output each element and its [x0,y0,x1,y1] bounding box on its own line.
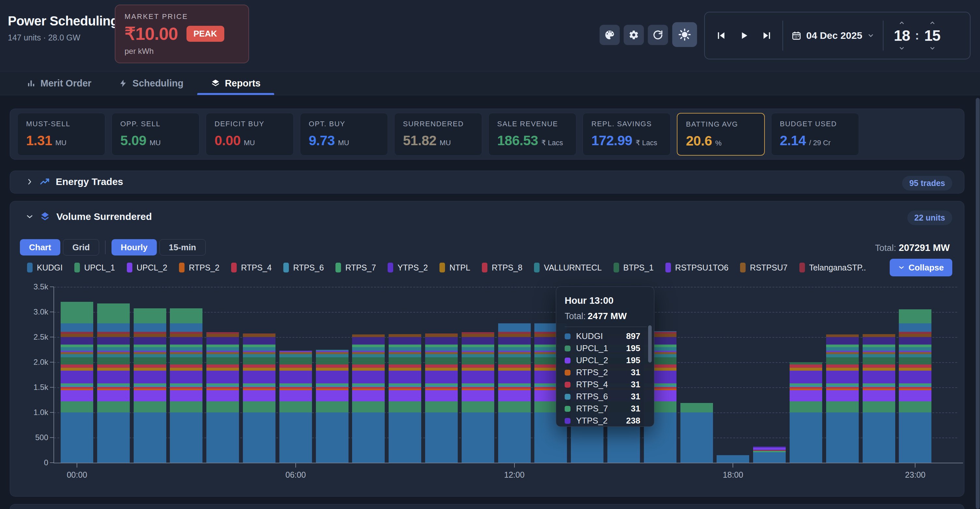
bar-hour-23-seg-TelanganaSTP...[interactable] [899,332,931,334]
bar-hour-19-seg-UPCL_2[interactable] [753,448,786,450]
hourly-button[interactable]: Hourly [111,239,156,255]
bar-hour-12-seg-BTPS_1[interactable] [498,357,531,365]
bar-hour-4-seg-UPCL_2[interactable] [206,390,239,401]
bar-hour-2-seg-RSTPSU1TO6[interactable] [134,351,166,352]
bar-hour-0-seg-VALLURNTECL[interactable] [60,347,93,351]
bar-hour-5-seg-NTPL[interactable] [243,368,275,371]
bar-hour-23-seg-KUDGI[interactable] [899,412,931,463]
bar-hour-0-seg-UPCL_1[interactable] [60,401,93,412]
bar-hour-5-seg-UPCL_1[interactable] [243,401,275,412]
bar-hour-3-seg-TelanganaSTP...[interactable] [170,332,202,334]
bar-hour-2-seg-RSTPSU7[interactable] [134,334,166,337]
bar-hour-4-seg-NTPL[interactable] [206,368,239,371]
bar-hour-10-seg-RTPS_7[interactable] [425,383,458,385]
bar-hour-21-seg-UPCL_1[interactable] [826,401,859,412]
bar-hour-2-seg-UPCL_1[interactable] [134,401,166,412]
brightness-button[interactable] [672,22,697,47]
bar-hour-2-seg-NTPL[interactable] [134,368,166,371]
bar-hour-0-seg-RTPS_7[interactable] [60,345,93,347]
bar-hour-21-seg-RTPS_2[interactable] [826,389,859,390]
bar-hour-21-seg-RSTPSU1TO6[interactable] [826,337,859,345]
bar-hour-8-seg-VALLURNTECL[interactable] [352,354,385,357]
bar-hour-3-seg-RTPS_8[interactable] [170,364,202,368]
bar-hour-0-seg-BTPS_1[interactable] [60,357,93,365]
bar-hour-8-seg-YTPS_2[interactable] [352,371,385,383]
bar-hour-7-seg-KUDGI[interactable] [316,412,348,463]
bar-hour-2-seg-KUDGI[interactable] [134,323,166,332]
bar-hour-1-seg-RSTPSU7[interactable] [97,352,130,354]
bar-hour-9-seg-KUDGI[interactable] [388,412,421,463]
bar-hour-12-seg-RTPS_8[interactable] [498,364,531,368]
bar-hour-5-seg-KUDGI[interactable] [243,412,275,463]
bar-hour-0-seg-RTPS_7[interactable] [60,383,93,385]
bar-hour-8-seg-RTPS_8[interactable] [352,364,385,368]
bar-hour-9-seg-RSTPSU7[interactable] [388,334,421,337]
bar-hour-3-seg-UPCL_1[interactable] [170,401,202,412]
bar-hour-8-seg-RTPS_7[interactable] [352,345,385,347]
bar-hour-6-seg-UPCL_1[interactable] [279,401,312,412]
bar-hour-23-seg-UPCL_2[interactable] [899,390,931,401]
bar-hour-1-seg-BTPS_1[interactable] [97,357,130,365]
bar-hour-22-seg-RSTPSU7[interactable] [862,334,895,337]
bar-hour-20-seg-RTPS_2[interactable] [790,389,822,390]
bar-hour-6-seg-RSTPSU7[interactable] [279,352,312,354]
bar-hour-9-seg-RTPS_6[interactable] [388,385,421,387]
bar-hour-21-seg-BTPS_1[interactable] [826,357,859,365]
bar-hour-0-seg-RTPS_2[interactable] [60,389,93,390]
bar-hour-4-seg-RTPS_4[interactable] [206,387,239,389]
palette-button[interactable] [600,25,620,45]
kpi-card-surrendered[interactable]: SURRENDERED51.82MU [394,113,482,156]
bar-hour-23-seg-RSTPSU7[interactable] [899,334,931,337]
fifteen-min-button[interactable]: 15-min [159,239,206,255]
bar-hour-12-seg-RSTPSU1TO6[interactable] [498,337,531,345]
bar-hour-10-seg-VALLURNTECL[interactable] [425,347,458,351]
bar-hour-21-seg-RTPS_4[interactable] [826,387,859,389]
bar-hour-0-seg-NTPL[interactable] [60,368,93,371]
legend-item-btps-1[interactable]: BTPS_1 [614,263,654,273]
bar-hour-22-seg-UPCL_1[interactable] [862,401,895,412]
bar-hour-20-seg-UPCL_2[interactable] [790,390,822,401]
play-button[interactable] [737,29,751,43]
bar-hour-3-seg-RSTPSU1TO6[interactable] [170,337,202,345]
legend-item-rtps-7[interactable]: RTPS_7 [336,263,376,273]
bar-hour-3-seg-UPCL_2[interactable] [170,390,202,401]
bar-hour-0-seg-KUDGI[interactable] [60,412,93,463]
bar-hour-0-seg-KUDGI[interactable] [60,323,93,332]
bar-hour-2-seg-RTPS_4[interactable] [134,387,166,389]
bar-hour-8-seg-UPCL_2[interactable] [352,390,385,401]
chevron-right-icon[interactable] [26,178,33,186]
bar-hour-2-seg-RTPS_8[interactable] [134,364,166,368]
bar-hour-10-seg-RTPS_4[interactable] [425,387,458,389]
bar-hour-2-seg-RSTPSU7[interactable] [134,352,166,354]
bar-hour-7-seg-RTPS_6[interactable] [316,385,348,387]
bar-hour-23-seg-KUDGI[interactable] [899,323,931,332]
tab-scheduling[interactable]: Scheduling [105,72,197,95]
bar-hour-10-seg-RTPS_7[interactable] [425,345,458,347]
skip-to-start-button[interactable] [714,29,728,43]
bar-hour-22-seg-KUDGI[interactable] [862,412,895,463]
bar-hour-4-seg-RTPS_2[interactable] [206,389,239,390]
bar-hour-5-seg-RSTPSU1TO6[interactable] [243,337,275,345]
bar-hour-11-seg-VALLURNTECL[interactable] [461,354,494,357]
bar-hour-8-seg-RTPS_7[interactable] [352,383,385,385]
chart-view-button[interactable]: Chart [20,239,60,255]
bar-hour-9-seg-VALLURNTECL[interactable] [388,347,421,351]
bar-hour-23-seg-RTPS_6[interactable] [899,385,931,387]
bar-hour-11-seg-RTPS_7[interactable] [461,383,494,385]
bar-hour-12-seg-RTPS_7[interactable] [498,383,531,385]
bar-hour-4-seg-UPCL_1[interactable] [206,401,239,412]
bar-hour-22-seg-VALLURNTECL[interactable] [862,354,895,357]
tab-reports[interactable]: Reports [197,72,275,95]
bar-hour-1-seg-RTPS_7[interactable] [97,345,130,347]
bar-hour-5-seg-RSTPSU7[interactable] [243,334,275,337]
energy-trades-panel[interactable]: Energy Trades 95 trades [10,171,964,193]
bar-hour-5-seg-RTPS_6[interactable] [243,385,275,387]
bar-hour-8-seg-UPCL_1[interactable] [352,401,385,412]
bar-hour-8-seg-RSTPSU7[interactable] [352,352,385,354]
bar-hour-21-seg-RSTPSU7[interactable] [826,352,859,354]
bar-hour-1-seg-UPCL_1[interactable] [97,401,130,412]
bar-hour-11-seg-RTPS_6[interactable] [461,385,494,387]
bar-hour-11-seg-RSTPSU1TO6[interactable] [461,337,494,345]
bar-hour-1-seg-RSTPSU7[interactable] [97,334,130,337]
bar-hour-6-seg-VALLURNTECL[interactable] [279,354,312,357]
